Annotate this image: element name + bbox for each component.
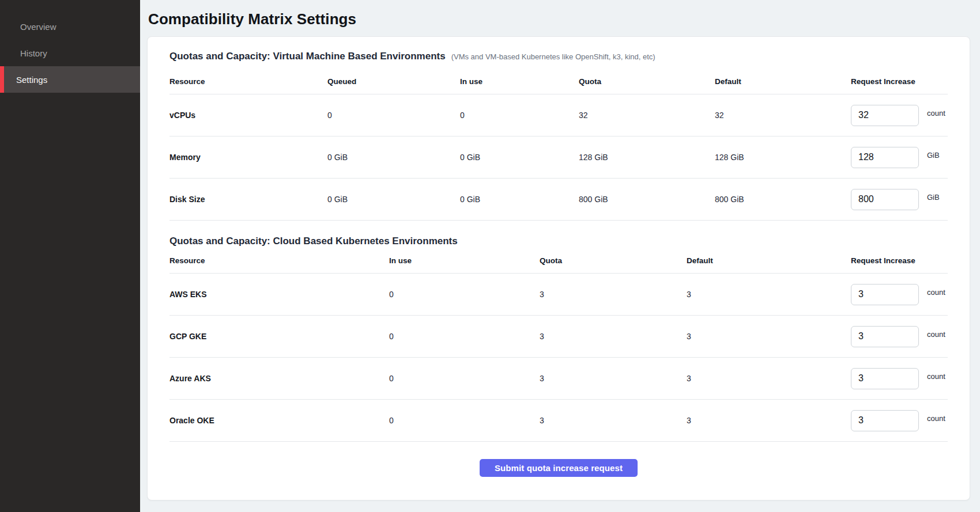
resource-name: Disk Size: [169, 195, 327, 204]
oracle-oke-request-input[interactable]: [851, 410, 919, 431]
quota-value: 32: [579, 111, 715, 120]
cloud-section-title: Quotas and Capacity: Cloud Based Kuberne…: [169, 236, 458, 247]
in-use-value: 0: [389, 374, 540, 383]
quota-value: 3: [540, 332, 687, 341]
table-row-azure-aks: Azure AKS 0 3 3 count: [169, 358, 948, 400]
main-content: Compatibility Matrix Settings Quotas and…: [140, 0, 980, 512]
table-row-gcp-gke: GCP GKE 0 3 3 count: [169, 316, 948, 358]
vm-section-header: Quotas and Capacity: Virtual Machine Bas…: [169, 51, 948, 62]
in-use-value: 0: [389, 332, 540, 341]
table-row-aws-eks: AWS EKS 0 3 3 count: [169, 274, 948, 316]
resource-name: vCPUs: [169, 111, 327, 120]
cloud-section-header: Quotas and Capacity: Cloud Based Kuberne…: [169, 236, 948, 247]
sidebar-item-history[interactable]: History: [0, 40, 140, 66]
sidebar-item-overview[interactable]: Overview: [0, 13, 140, 40]
memory-request-input[interactable]: [851, 147, 919, 168]
unit-label: count: [927, 414, 945, 423]
default-value: 3: [687, 290, 851, 299]
quota-value: 800 GiB: [579, 195, 715, 204]
queued-value: 0: [327, 111, 460, 120]
cloud-col-default: Default: [687, 256, 851, 265]
vm-col-resource: Resource: [169, 77, 327, 86]
queued-value: 0 GiB: [327, 153, 460, 162]
default-value: 128 GiB: [715, 153, 851, 162]
queued-value: 0 GiB: [327, 195, 460, 204]
default-value: 3: [687, 332, 851, 341]
cloud-col-quota: Quota: [540, 256, 687, 265]
in-use-value: 0 GiB: [460, 195, 579, 204]
unit-label: count: [927, 109, 945, 117]
default-value: 32: [715, 111, 851, 120]
aws-eks-request-input[interactable]: [851, 284, 919, 305]
page-title: Compatibility Matrix Settings: [148, 10, 970, 28]
default-value: 3: [687, 374, 851, 383]
in-use-value: 0: [389, 416, 540, 425]
table-row-vcpus: vCPUs 0 0 32 32 count: [169, 94, 948, 136]
vm-col-default: Default: [715, 77, 851, 86]
azure-aks-request-input[interactable]: [851, 368, 919, 389]
vm-col-quota: Quota: [579, 77, 715, 86]
disk-size-request-input[interactable]: [851, 189, 919, 210]
table-row-disk-size: Disk Size 0 GiB 0 GiB 800 GiB 800 GiB Gi…: [169, 179, 948, 221]
resource-name: Oracle OKE: [169, 416, 389, 425]
quota-value: 3: [540, 290, 687, 299]
gcp-gke-request-input[interactable]: [851, 326, 919, 347]
cloud-table-header: Resource In use Quota Default Request In…: [169, 247, 948, 274]
vm-table-header: Resource Queued In use Quota Default Req…: [169, 62, 948, 94]
resource-name: AWS EKS: [169, 290, 389, 299]
submit-quota-increase-button[interactable]: Submit quota increase request: [480, 459, 638, 477]
sidebar-item-label: Overview: [20, 22, 56, 32]
table-row-oracle-oke: Oracle OKE 0 3 3 count: [169, 400, 948, 442]
sidebar-item-label: Settings: [16, 75, 47, 85]
quota-value: 3: [540, 374, 687, 383]
unit-label: count: [927, 288, 945, 297]
quota-value: 3: [540, 416, 687, 425]
sidebar-item-label: History: [20, 48, 47, 58]
unit-label: GiB: [927, 151, 940, 160]
default-value: 800 GiB: [715, 195, 851, 204]
vm-section-subtitle: (VMs and VM-based Kubernetes like OpenSh…: [451, 52, 655, 61]
quota-value: 128 GiB: [579, 153, 715, 162]
submit-row: Submit quota increase request: [169, 459, 948, 477]
resource-name: Memory: [169, 153, 327, 162]
vm-col-queued: Queued: [327, 77, 460, 86]
in-use-value: 0: [389, 290, 540, 299]
cloud-col-in-use: In use: [389, 256, 540, 265]
vm-col-request-increase: Request Increase: [851, 77, 948, 86]
resource-name: Azure AKS: [169, 374, 389, 383]
sidebar-item-settings[interactable]: Settings: [0, 66, 140, 93]
resource-name: GCP GKE: [169, 332, 389, 341]
unit-label: count: [927, 330, 945, 339]
cloud-col-resource: Resource: [169, 256, 389, 265]
app-window: Overview History Settings Compatibility …: [0, 0, 980, 512]
vm-col-in-use: In use: [460, 77, 579, 86]
cloud-col-request-increase: Request Increase: [851, 256, 948, 265]
sidebar: Overview History Settings: [0, 0, 140, 512]
default-value: 3: [687, 416, 851, 425]
vcpus-request-input[interactable]: [851, 105, 919, 126]
unit-label: count: [927, 372, 945, 381]
in-use-value: 0 GiB: [460, 153, 579, 162]
table-row-memory: Memory 0 GiB 0 GiB 128 GiB 128 GiB GiB: [169, 136, 948, 179]
vm-section-title: Quotas and Capacity: Virtual Machine Bas…: [169, 51, 446, 62]
unit-label: GiB: [927, 193, 940, 202]
settings-card: Quotas and Capacity: Virtual Machine Bas…: [147, 36, 970, 500]
in-use-value: 0: [460, 111, 579, 120]
